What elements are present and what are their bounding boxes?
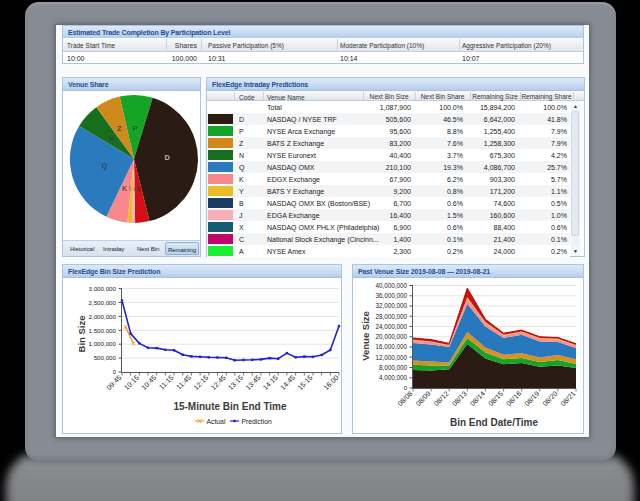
svg-text:N: N: [109, 134, 114, 143]
svg-text:08/16: 08/16: [505, 390, 522, 407]
svg-text:12:45: 12:45: [210, 374, 227, 391]
svg-text:11:15: 11:15: [158, 374, 175, 391]
svg-text:08/21: 08/21: [559, 390, 576, 407]
svg-text:10:15: 10:15: [123, 374, 140, 391]
svg-text:V: V: [137, 185, 142, 192]
svg-text:Actual: Actual: [207, 418, 226, 425]
svg-text:08/15: 08/15: [487, 390, 504, 407]
svg-text:1,500,000: 1,500,000: [88, 327, 116, 334]
svg-text:32,000,000: 32,000,000: [375, 302, 407, 309]
svg-text:24,000,000: 24,000,000: [375, 323, 407, 330]
svg-text:Bin End Date/Time: Bin End Date/Time: [450, 417, 539, 428]
svg-text:4,000,000: 4,000,000: [379, 374, 408, 381]
svg-text:\: \: [129, 185, 131, 192]
svg-text:09:45: 09:45: [105, 374, 122, 391]
svg-text:16,000,000: 16,000,000: [375, 343, 407, 350]
svg-text:P: P: [133, 124, 138, 133]
svg-text:08/12: 08/12: [433, 390, 450, 407]
svg-text:14:45: 14:45: [279, 374, 296, 391]
svg-text:15-Minute Bin End Time: 15-Minute Bin End Time: [173, 401, 287, 412]
svg-text:Prediction: Prediction: [242, 418, 272, 425]
svg-text:11:45: 11:45: [175, 374, 192, 391]
svg-text:15:15: 15:15: [296, 374, 313, 391]
svg-text:12,000,000: 12,000,000: [375, 354, 407, 361]
svg-text:Z: Z: [117, 124, 122, 133]
svg-text:13:15: 13:15: [227, 374, 244, 391]
svg-text:12:15: 12:15: [192, 374, 209, 391]
svg-text:36,000,000: 36,000,000: [375, 292, 407, 299]
svg-text:16:00: 16:00: [322, 374, 339, 391]
svg-text:08/19: 08/19: [523, 390, 540, 407]
svg-text:1,000,000: 1,000,000: [88, 340, 116, 347]
svg-text:K: K: [122, 185, 127, 192]
svg-text:40,000,000: 40,000,000: [375, 282, 407, 289]
svg-text:3,000,000: 3,000,000: [88, 285, 116, 292]
svg-text:14:15: 14:15: [262, 374, 279, 391]
svg-text:500,000: 500,000: [94, 354, 117, 361]
svg-text:Bin Size: Bin Size: [76, 316, 87, 353]
svg-text:08/13: 08/13: [451, 390, 468, 407]
svg-text:20,000,000: 20,000,000: [375, 333, 407, 340]
svg-text:2,500,000: 2,500,000: [88, 299, 116, 306]
svg-text:Venue Size: Venue Size: [360, 311, 371, 361]
svg-text:Q: Q: [102, 161, 108, 170]
svg-text:08/14: 08/14: [469, 390, 486, 407]
svg-text:D: D: [165, 153, 171, 162]
svg-text:2,000,000: 2,000,000: [88, 313, 116, 320]
svg-text:8,000,000: 8,000,000: [379, 364, 408, 371]
svg-text:13:45: 13:45: [244, 374, 261, 391]
svg-text:08/09: 08/09: [414, 390, 431, 407]
svg-text:08/20: 08/20: [541, 390, 558, 407]
svg-text:08/08: 08/08: [396, 390, 413, 407]
svg-text:28,000,000: 28,000,000: [375, 313, 407, 320]
svg-text:10:45: 10:45: [140, 374, 157, 391]
